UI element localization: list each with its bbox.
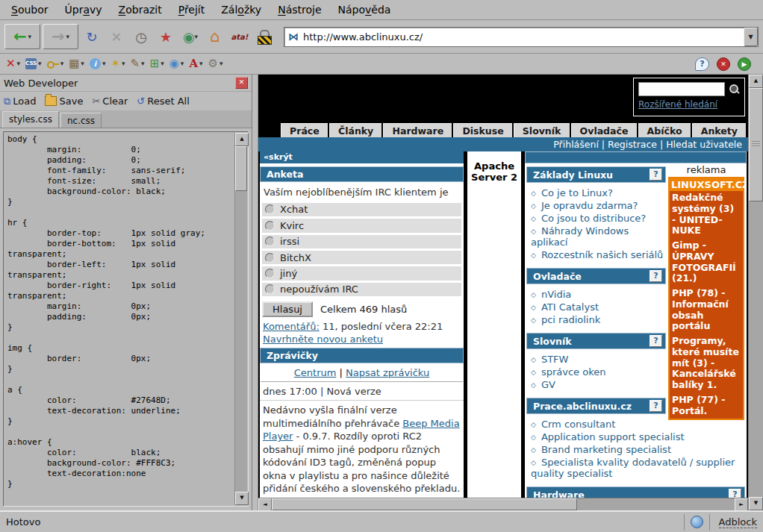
editor-scrollbar-track[interactable] (235, 191, 247, 492)
vscrollbar-thumb[interactable] (749, 88, 763, 201)
site-search-input[interactable] (638, 82, 725, 96)
dropdown-caret-icon[interactable]: ▾ (181, 60, 184, 67)
ad-line[interactable]: Redakčné systémy (3) - UNITED-NUKE (670, 191, 743, 239)
poll-option[interactable]: jiný (262, 266, 461, 280)
radio-button-icon[interactable] (265, 269, 275, 278)
security-button[interactable] (253, 25, 275, 48)
dropdown-caret-icon[interactable]: ▾ (141, 60, 145, 67)
ad-line[interactable]: Programy, které musíte mít (3) - Kancelá… (670, 334, 743, 393)
adblock-panel[interactable]: Adblock (709, 514, 763, 531)
dropdown-caret-icon[interactable]: ▾ (199, 60, 203, 67)
dropdown-caret-icon[interactable]: ▾ (17, 60, 21, 67)
section-link[interactable]: ◇GV (531, 378, 666, 391)
menu-soubor[interactable]: Soubor (3, 1, 57, 18)
advanced-search-link[interactable]: Rozšířené hledání (638, 99, 717, 110)
ad-line[interactable]: PHP (78) - Informační obsah portálu (670, 287, 743, 334)
editor-scrollbar-thumb[interactable] (235, 146, 247, 191)
dropdown-caret-icon[interactable]: ▾ (122, 60, 125, 67)
back-button[interactable]: ←▾ (4, 24, 40, 49)
dropdown-caret-icon[interactable]: ▾ (219, 60, 223, 67)
scroll-up-icon[interactable]: ▲ (749, 75, 763, 88)
sidebar-splitter[interactable] (252, 75, 258, 510)
site-tab-clanky[interactable]: Články (329, 123, 382, 137)
section-link[interactable]: ◇ATI Catalyst (531, 301, 666, 313)
radio-button-icon[interactable] (265, 253, 275, 263)
dev-disable-button[interactable]: ✕▾ (6, 58, 20, 69)
section-link[interactable]: ◇nVidia (531, 288, 666, 301)
forward-button[interactable]: →▾ (43, 24, 78, 49)
home-button[interactable]: ⌂ (204, 25, 226, 48)
bookmark-button[interactable]: ★ (155, 25, 177, 48)
menu-nastroje[interactable]: Nástroje (270, 1, 329, 18)
section-link[interactable]: ◇správce oken (531, 366, 666, 378)
ata-extension-button[interactable]: ata! (228, 25, 251, 48)
dropdown-caret-icon[interactable]: ▾ (81, 60, 84, 67)
menu-zalozky[interactable]: Záložky (213, 1, 270, 18)
radio-button-icon[interactable] (265, 284, 275, 294)
dev-css-button[interactable]: CSS▾ (25, 58, 42, 69)
hscrollbar-track[interactable] (577, 498, 735, 510)
vote-button[interactable]: Hlasuj (262, 301, 313, 317)
ad-line[interactable]: Gimp - ÚPRAVY FOTOGRAFIÍ (21.) (670, 239, 743, 287)
radio-button-icon[interactable] (265, 221, 275, 231)
ad-line[interactable]: PHP (77) - Portál. (670, 393, 743, 419)
tab-nc-css[interactable]: nc.css (60, 113, 102, 128)
menu-napoveda[interactable]: Nápověda (330, 1, 399, 18)
save-button[interactable]: Save (45, 96, 83, 107)
hscrollbar-thumb[interactable] (272, 498, 577, 510)
url-dropdown-button[interactable]: ▼ (744, 28, 758, 46)
go-browser-button[interactable]: ◉▾ (179, 25, 202, 48)
comments-link[interactable]: Komentářů: (263, 321, 320, 332)
dev-tools-button[interactable]: ◉▾ (169, 58, 184, 69)
page-vertical-scrollbar[interactable]: ▲ ▼ (748, 75, 763, 510)
tab-styles-css[interactable]: styles.css (2, 111, 59, 128)
site-tab-ankety[interactable]: Ankety (692, 123, 746, 137)
section-link[interactable]: ◇Application support specialist (531, 431, 745, 443)
css-editor-text[interactable]: body { margin: 0; padding: 0; font-famil… (7, 134, 233, 504)
dropdown-caret-icon[interactable]: ▾ (161, 60, 164, 67)
page-horizontal-scrollbar[interactable]: ◄ ► (258, 498, 748, 510)
menu-zobrazit[interactable]: Zobrazit (110, 1, 170, 18)
globe-dropdown-icon[interactable]: ▾ (195, 34, 199, 40)
section-link[interactable]: ◇Co je to Linux? (531, 187, 666, 199)
poll-option[interactable]: Xchat (262, 203, 461, 216)
dev-miscellaneous-button[interactable]: ✶▾ (110, 58, 125, 69)
centrum-link[interactable]: Centrum (294, 367, 337, 378)
section-link[interactable]: ◇Co jsou to distribuce? (531, 212, 666, 225)
forward-dropdown-icon[interactable]: ▾ (66, 34, 70, 40)
site-tab-abicko[interactable]: Abíčko (638, 123, 691, 137)
dev-outline-button[interactable]: ✎▾ (131, 58, 145, 69)
site-tab-hardware[interactable]: Hardware (383, 123, 452, 137)
poll-option[interactable]: BitchX (262, 251, 461, 264)
sidebar-close-button[interactable]: ✕ (235, 77, 248, 89)
site-tab-ovladace[interactable]: Ovladače (571, 123, 637, 137)
poll-option[interactable]: nepoužívám IRC (262, 283, 461, 296)
apache-banner[interactable]: Apache Server 2 (471, 160, 517, 183)
load-button[interactable]: ⧉Load (4, 96, 36, 107)
history-button[interactable]: ◷ (130, 25, 152, 48)
clear-button[interactable]: ✂Clear (92, 96, 128, 107)
section-link[interactable]: ◇Je opravdu zdarma? (531, 199, 666, 212)
css-editor[interactable]: body { margin: 0; padding: 0; font-famil… (3, 131, 249, 507)
help-icon[interactable]: ? (650, 169, 662, 181)
dev-forms-button[interactable]: ▾ (47, 60, 64, 69)
scroll-up-icon[interactable]: ▲ (235, 133, 249, 146)
hide-sidebar-link[interactable]: «skrýt (260, 151, 464, 163)
radio-button-icon[interactable] (265, 237, 275, 246)
url-input[interactable] (302, 31, 744, 43)
dev-images-button[interactable]: ▦▾ (69, 58, 84, 69)
section-link[interactable]: ◇pci radiolink (531, 313, 666, 326)
help-icon[interactable]: ? (650, 335, 662, 347)
radio-button-icon[interactable] (265, 204, 275, 214)
write-news-link[interactable]: Napsat zprávičku (346, 367, 429, 378)
ad-title[interactable]: LINUXSOFT.CZ (670, 178, 743, 191)
dev-information-button[interactable]: i▾ (90, 58, 106, 69)
menu-prejit[interactable]: Přejít (170, 1, 214, 18)
section-link[interactable]: ◇STFW (531, 353, 666, 366)
scroll-right-icon[interactable]: ► (735, 498, 748, 510)
site-tab-prace[interactable]: Práce (281, 123, 328, 137)
help-icon[interactable]: ? (650, 400, 662, 412)
search-icon[interactable] (728, 84, 740, 96)
dropdown-caret-icon[interactable]: ▾ (102, 60, 106, 67)
dev-options-button[interactable]: ⚙▾ (208, 58, 223, 69)
